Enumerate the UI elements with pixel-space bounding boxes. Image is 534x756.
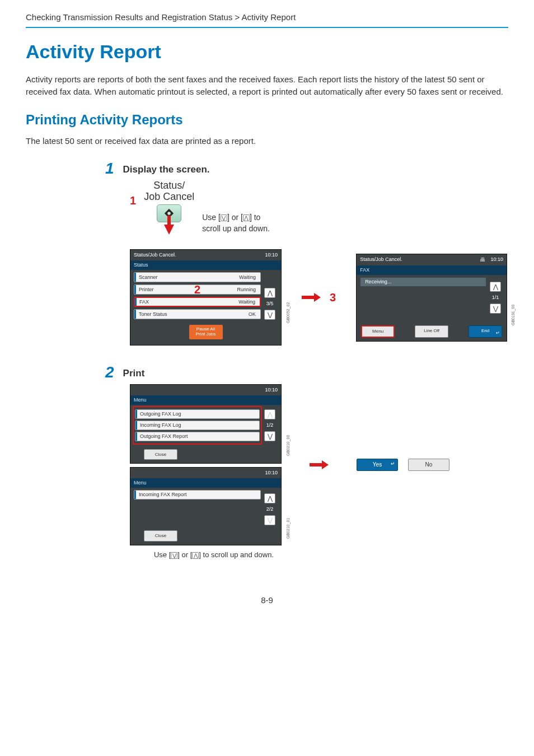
close-button[interactable]: Close (144, 530, 177, 542)
outgoing-fax-log-item[interactable]: Outgoing FAX Log (135, 409, 260, 419)
hardkey-label-1: Status/ (153, 180, 185, 191)
step-2-header: 2 Print (105, 365, 508, 381)
incoming-fax-log-item[interactable]: Incoming FAX Log (135, 421, 260, 430)
callout-3: 3 (330, 290, 336, 306)
red-down-arrow-icon (164, 225, 174, 235)
pause-all-print-jobs-button[interactable]: Pause All Print Jobs (189, 325, 223, 339)
menu-button[interactable]: Menu (361, 325, 395, 338)
step-1-header: 1 Display the screen. (105, 161, 508, 177)
outgoing-fax-report-item[interactable]: Outgoing FAX Report (135, 432, 260, 441)
scroll-instruction: Use [⋁] or [⋀] toscroll up and down. (202, 180, 270, 235)
menu2-pager: 2/2 (266, 506, 274, 513)
step-2-title: Print (123, 365, 145, 381)
lcd-left-subhead: Status (130, 260, 281, 270)
menu2-subhead: Menu (130, 478, 281, 488)
lcd-left-code: GB0052_02 (285, 302, 291, 323)
chevron-up-icon: ⋀ (192, 552, 199, 559)
chevron-up-icon: ⋀ (243, 214, 250, 221)
lcd-fax-panel: Status/Job Cancel. 🖶10:10 FAX Receiving.… (356, 254, 507, 342)
step-2-body: 10:10 Menu Outgoing FAX Log Incoming FAX… (130, 384, 508, 561)
lcd-right-subhead: FAX (357, 265, 507, 275)
red-right-arrow-icon (310, 460, 329, 469)
chevron-down-icon: ⋁ (221, 214, 227, 221)
step-number-1: 1 (105, 161, 114, 176)
status-row-toner[interactable]: Toner StatusOK (134, 309, 261, 319)
lcd-right-time: 10:10 (491, 256, 504, 263)
menu-panel-page1: 10:10 Menu Outgoing FAX Log Incoming FAX… (130, 384, 282, 464)
menu1-code: GB0210_00 (285, 435, 291, 455)
header-rule (26, 27, 508, 28)
lcd-left-time: 10:10 (265, 251, 278, 259)
end-button[interactable]: End↵ (469, 325, 502, 338)
callout-2: 2 (194, 282, 200, 298)
callout-1: 1 (130, 194, 136, 207)
scroll-up-button[interactable]: ⋀ (490, 282, 501, 292)
confirm-dialog-buttons: Yes↵ No (357, 459, 449, 471)
receiving-row: Receiving... (360, 277, 486, 287)
line-off-button[interactable]: Line Off (415, 325, 448, 338)
scroll-up-button[interactable]: ⋀ (264, 493, 275, 503)
breadcrumb: Checking Transmission Results and Regist… (26, 11, 508, 27)
status-row-fax[interactable]: FAXWaiting (134, 297, 261, 307)
intro-paragraph: Activity reports are reports of both the… (26, 73, 508, 98)
svg-point-1 (167, 212, 171, 216)
page-number: 8-9 (26, 594, 508, 606)
scroll-down-button[interactable]: ⋁ (264, 310, 275, 320)
lcd-right-title: Status/Job Cancel. (360, 256, 402, 264)
scroll-down-button[interactable]: ⋁ (490, 304, 501, 314)
step-1-body: 1 Status/Job Cancel Use [⋁] or [⋀] toscr… (130, 180, 508, 346)
no-button[interactable]: No (408, 459, 449, 471)
status-job-cancel-key[interactable]: Status/Job Cancel (144, 180, 194, 244)
hardkey-label-2: Job Cancel (144, 191, 194, 202)
scroll-caption: Use [⋁] or [⋀] to scroll up and down. (130, 550, 298, 561)
printer-icon: 🖶 (480, 256, 485, 264)
lcd-right-code: GB0191_00 (510, 304, 516, 325)
status-row-printer[interactable]: Printer2Running (134, 284, 261, 295)
scroll-up-button[interactable]: ⋀ (264, 288, 275, 298)
menu1-subhead: Menu (130, 395, 281, 405)
lcd-left-title: Status/Job Cancel. (134, 251, 176, 259)
close-button[interactable]: Close (144, 449, 177, 460)
section-intro: The latest 50 sent or received fax data … (26, 135, 508, 147)
yes-button[interactable]: Yes↵ (357, 459, 398, 471)
lcd-left-pager: 3/5 (266, 300, 274, 307)
step-number-2: 2 (105, 365, 114, 380)
section-heading: Printing Activity Reports (26, 110, 508, 130)
enter-icon: ↵ (391, 458, 395, 469)
menu1-time: 10:10 (265, 386, 278, 394)
step-1-title: Display the screen. (123, 161, 210, 177)
chevron-down-icon: ⋁ (171, 552, 177, 559)
lcd-status-panel: Status/Job Cancel. 10:10 Status ScannerW… (130, 249, 282, 346)
scroll-up-button[interactable]: ⋀ (264, 409, 275, 419)
red-right-arrow-icon (302, 293, 321, 302)
menu-panel-page2: 10:10 Menu Incoming FAX Report ⋀ 2/2 ⋁ C… (130, 467, 282, 545)
menu1-pager: 1/2 (266, 422, 274, 429)
scroll-down-button[interactable]: ⋁ (264, 431, 275, 441)
menu2-code: GB0210_01 (285, 518, 291, 539)
scroll-down-button[interactable]: ⋁ (264, 515, 275, 525)
status-row-scanner[interactable]: ScannerWaiting (134, 272, 261, 282)
menu2-time: 10:10 (265, 469, 278, 477)
page-title: Activity Report (26, 38, 508, 66)
incoming-fax-report-item[interactable]: Incoming FAX Report (134, 490, 261, 500)
lcd-right-pager: 1/1 (492, 294, 499, 301)
